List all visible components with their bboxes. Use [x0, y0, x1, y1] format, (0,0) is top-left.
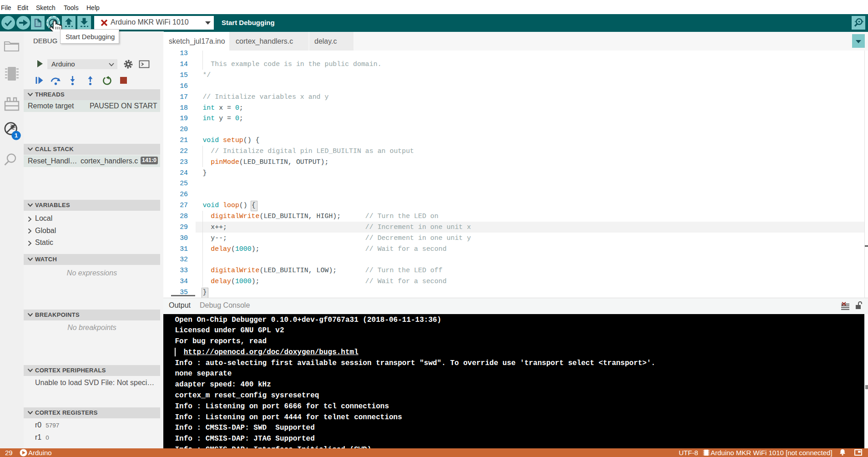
svg-text:1: 1	[15, 132, 18, 139]
